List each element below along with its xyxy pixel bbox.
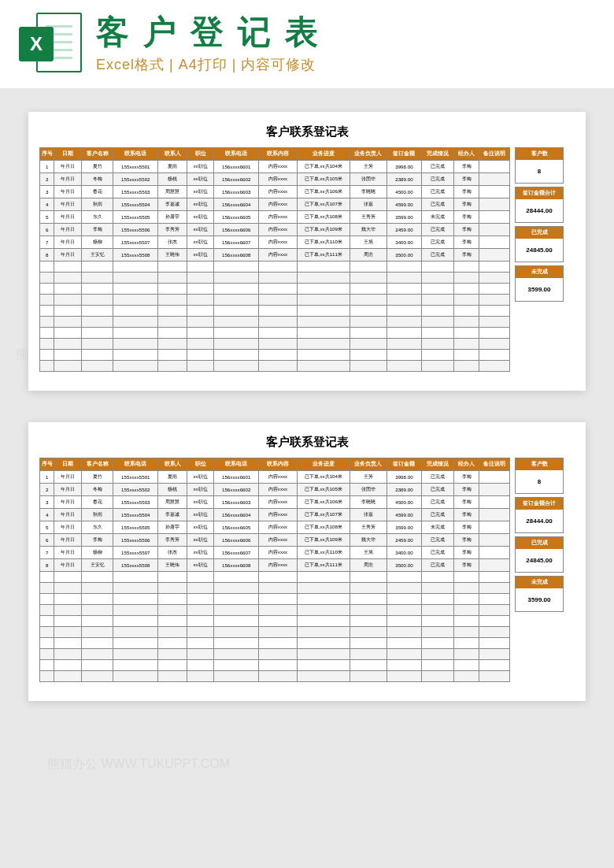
cell-op: 李梅 (453, 198, 479, 211)
cell-date: 年月日 (54, 186, 82, 198)
cell-done: 已完成 (422, 249, 454, 262)
cell-done: 已完成 (422, 186, 454, 198)
table-row-empty (40, 361, 510, 372)
cell-pos: xx职位 (187, 186, 214, 198)
cell-name: 秋雨 (81, 198, 113, 211)
table-row: 5年月日东久155xxxx5505孙唐宇xx职位156xxxx6605内容xxx… (40, 211, 510, 224)
cell-op: 李梅 (453, 509, 479, 521)
table-row-empty (40, 605, 510, 616)
table-row: 2年月日冬梅155xxxx5502杨桃xx职位156xxxx6602内容xxxx… (40, 173, 510, 186)
table-row-empty (40, 583, 510, 594)
cell-op: 李梅 (453, 547, 479, 559)
cell-resp: 王秀芳 (350, 211, 387, 224)
cell-op: 李梅 (453, 496, 479, 509)
customer-table: 序号日期客户名称联系电话联系人职位联系电话联系内容业务进度业务负责人签订金额完成… (39, 147, 510, 372)
cell-progress: 已下单,xx共108米 (297, 211, 350, 224)
cell-progress: 已下单,xx共104米 (297, 161, 350, 173)
summary-box: 客户数8 (515, 147, 564, 184)
cell-content: 内容xxxx (259, 224, 298, 236)
cell-note (479, 521, 510, 534)
cell-resp: 魏大华 (350, 534, 387, 547)
cell-resp: 张嘉 (350, 509, 387, 521)
cell-content: 内容xxxx (259, 559, 298, 572)
cell-pos: xx职位 (187, 484, 214, 496)
sheet-preview-2: 客户联系登记表序号日期客户名称联系电话联系人职位联系电话联系内容业务进度业务负责… (28, 422, 586, 701)
summary-label: 已完成 (516, 227, 563, 239)
cell-progress: 已下单,xx共111米 (297, 559, 350, 572)
summary-box: 已完成24845.00 (515, 226, 564, 262)
summary-value: 28444.00 (516, 510, 563, 532)
cell-progress: 已下单,xx共106米 (297, 496, 350, 509)
table-row-empty (40, 328, 510, 339)
cell-pos: xx职位 (187, 496, 214, 509)
summary-panel: 客户数8签订金额合计28444.00已完成24845.00未完成3599.00 (515, 458, 564, 612)
cell-date: 年月日 (54, 471, 82, 484)
cell-note (479, 173, 510, 186)
cell-person: 张杰 (158, 236, 187, 249)
cell-note (479, 484, 510, 496)
cell-content: 内容xxxx (259, 198, 298, 211)
column-header: 联系电话 (214, 458, 259, 471)
cell-done: 未完成 (422, 211, 454, 224)
cell-seq: 2 (40, 484, 54, 496)
cell-resp: 王芳 (350, 471, 387, 484)
table-row-empty (40, 649, 510, 660)
page-title: 客户登记表 (96, 14, 595, 50)
cell-note (479, 471, 510, 484)
cell-progress: 已下单,xx共107米 (297, 198, 350, 211)
cell-content: 内容xxxx (259, 236, 298, 249)
cell-tel2: 156xxxx6603 (214, 186, 259, 198)
cell-seq: 5 (40, 521, 54, 534)
column-header: 联系电话 (113, 148, 158, 161)
cell-date: 年月日 (54, 521, 82, 534)
cell-seq: 7 (40, 547, 54, 559)
cell-note (479, 224, 510, 236)
cell-pos: xx职位 (187, 249, 214, 262)
table-row: 2年月日冬梅155xxxx5502杨桃xx职位156xxxx6602内容xxxx… (40, 484, 510, 496)
cell-amount: 3599.00 (387, 521, 422, 534)
table-row: 8年月日王安忆155xxxx5508王晓伟xx职位156xxxx6608内容xx… (40, 249, 510, 262)
cell-done: 已完成 (422, 559, 454, 572)
cell-op: 李梅 (453, 249, 479, 262)
cell-amount: 2459.00 (387, 534, 422, 547)
table-row-empty (40, 306, 510, 317)
column-header: 完成情况 (422, 458, 454, 471)
column-header: 日期 (54, 458, 82, 471)
column-header: 业务负责人 (350, 458, 387, 471)
cell-seq: 3 (40, 186, 54, 198)
cell-done: 已完成 (422, 224, 454, 236)
cell-note (479, 249, 510, 262)
cell-tel1: 155xxxx5504 (113, 198, 158, 211)
cell-op: 李梅 (453, 471, 479, 484)
cell-progress: 已下单,xx共106米 (297, 186, 350, 198)
cell-person: 杨桃 (158, 173, 187, 186)
cell-seq: 4 (40, 509, 54, 521)
cell-tel1: 155xxxx5507 (113, 547, 158, 559)
cell-date: 年月日 (54, 224, 82, 236)
sheet-preview-1: 客户联系登记表序号日期客户名称联系电话联系人职位联系电话联系内容业务进度业务负责… (28, 112, 586, 391)
cell-tel2: 156xxxx6604 (214, 198, 259, 211)
cell-seq: 5 (40, 211, 54, 224)
cell-tel1: 155xxxx5507 (113, 236, 158, 249)
column-header: 经办人 (453, 148, 479, 161)
cell-name: 李梅 (81, 534, 113, 547)
cell-tel1: 155xxxx5508 (113, 559, 158, 572)
cell-content: 内容xxxx (259, 471, 298, 484)
cell-amount: 2389.00 (387, 173, 422, 186)
cell-person: 李嘉诚 (158, 509, 187, 521)
summary-label: 签订金额合计 (516, 187, 563, 199)
summary-value: 8 (516, 160, 563, 183)
table-row-empty (40, 671, 510, 682)
cell-done: 已完成 (422, 161, 454, 173)
column-header: 完成情况 (422, 148, 454, 161)
column-header: 业务负责人 (350, 148, 387, 161)
table-row-empty (40, 572, 510, 583)
cell-person: 夏雨 (158, 471, 187, 484)
cell-amount: 3400.00 (387, 547, 422, 559)
cell-amount: 4599.00 (387, 198, 422, 211)
summary-box: 已完成24845.00 (515, 536, 564, 573)
cell-person: 周慧慧 (158, 186, 187, 198)
cell-pos: xx职位 (187, 161, 214, 173)
column-header: 职位 (187, 148, 214, 161)
cell-resp: 王旭 (350, 236, 387, 249)
